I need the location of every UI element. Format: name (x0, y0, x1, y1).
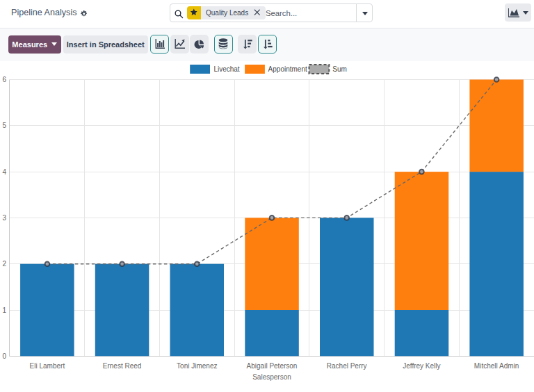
svg-text:Sum: Sum (332, 65, 347, 73)
svg-text:6: 6 (2, 76, 6, 83)
svg-text:Mitchell Admin: Mitchell Admin (474, 362, 519, 370)
svg-text:Salesperson: Salesperson (252, 373, 291, 381)
svg-text:1: 1 (2, 307, 6, 314)
svg-text:Livechat: Livechat (213, 65, 239, 73)
svg-text:Toni Jimenez: Toni Jimenez (177, 362, 217, 370)
svg-text:Appointment: Appointment (268, 65, 307, 73)
svg-text:Ernest Reed: Ernest Reed (103, 362, 142, 370)
svg-text:Rachel Perry: Rachel Perry (327, 362, 367, 370)
svg-text:Abigail Peterson: Abigail Peterson (247, 362, 298, 370)
svg-text:2: 2 (2, 260, 6, 268)
svg-text:Jeffrey Kelly: Jeffrey Kelly (403, 362, 440, 370)
svg-text:4: 4 (2, 168, 6, 176)
svg-text:0: 0 (2, 352, 6, 360)
svg-text:3: 3 (2, 214, 6, 222)
svg-text:5: 5 (2, 122, 6, 129)
svg-text:Eli Lambert: Eli Lambert (30, 362, 65, 370)
